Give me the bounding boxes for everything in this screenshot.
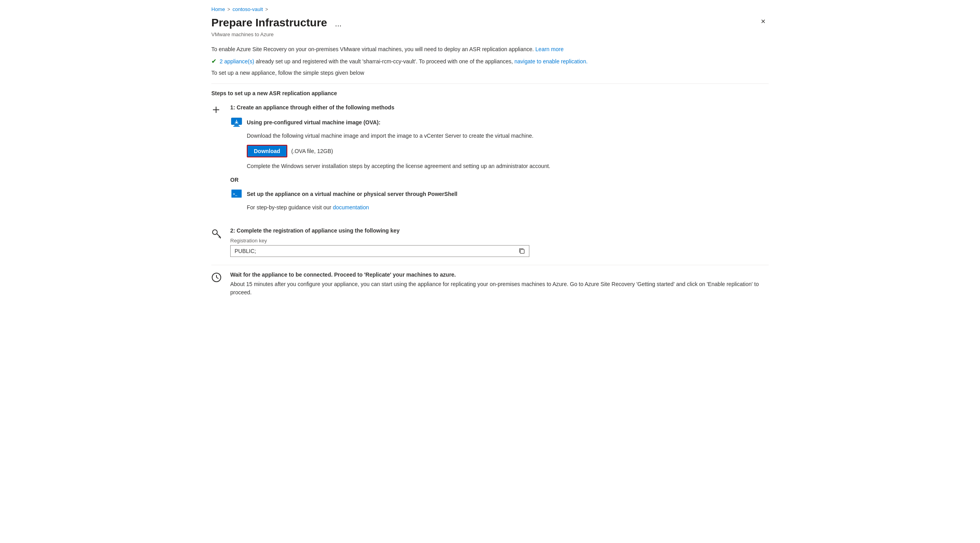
svg-rect-5 [233, 126, 240, 127]
learn-more-link[interactable]: Learn more [535, 46, 564, 52]
breadcrumb: Home > contoso-vault > [211, 6, 769, 12]
step-1-heading: 1: Create an appliance through either of… [230, 104, 769, 111]
breadcrumb-home[interactable]: Home [211, 6, 225, 12]
complete-note: Complete the Windows server installation… [247, 162, 769, 170]
check-icon: ✔ [211, 57, 216, 65]
documentation-link[interactable]: documentation [333, 204, 369, 211]
svg-point-9 [213, 230, 217, 235]
ova-method-header: Using pre-configured virtual machine ima… [230, 116, 769, 129]
powershell-method: >_ Set up the appliance on a virtual mac… [230, 188, 769, 212]
breadcrumb-sep2: > [265, 7, 268, 12]
wait-desc: About 15 minutes after you configure you… [230, 280, 769, 297]
intro-section: To enable Azure Site Recovery on your on… [211, 45, 769, 77]
prepare-infrastructure-panel: Home > contoso-vault > Prepare Infrastru… [199, 0, 781, 543]
steps-title: Steps to set up a new ASR replication ap… [211, 90, 769, 96]
panel-title-area: Prepare Infrastructure ... [211, 15, 345, 30]
navigate-link[interactable]: navigate to enable replication. [514, 58, 588, 65]
panel-title: Prepare Infrastructure [211, 16, 327, 30]
close-button[interactable]: × [758, 15, 769, 28]
step-1: 1: Create an appliance through either of… [211, 104, 769, 218]
wait-section: Wait for the appliance to be connected. … [211, 265, 769, 303]
setup-text: To set up a new appliance, follow the si… [211, 69, 769, 77]
ova-method: Using pre-configured virtual machine ima… [230, 116, 769, 170]
key-icon [211, 228, 224, 241]
ova-method-title: Using pre-configured virtual machine ima… [247, 119, 381, 126]
monitor-icon [230, 116, 243, 129]
intro-text1: To enable Azure Site Recovery on your on… [211, 45, 769, 54]
step-1-content: 1: Create an appliance through either of… [230, 104, 769, 218]
svg-line-16 [216, 277, 218, 279]
powershell-icon: >_ [230, 188, 243, 200]
reg-key-input[interactable] [230, 245, 515, 257]
wait-content: Wait for the appliance to be connected. … [230, 272, 769, 297]
copy-icon [519, 248, 525, 254]
powershell-method-title: Set up the appliance on a virtual machin… [247, 191, 457, 197]
breadcrumb-sep1: > [227, 7, 230, 12]
plus-icon [211, 105, 224, 117]
powershell-desc: For step-by-step guidance visit our docu… [247, 203, 769, 212]
status-text: 2 appliance(s) already set up and regist… [220, 58, 588, 65]
step-2-heading: 2: Complete the registration of applianc… [230, 227, 769, 234]
panel-subtitle: VMware machines to Azure [211, 31, 769, 37]
download-note: (.OVA file, 12GB) [291, 148, 333, 154]
copy-button[interactable] [515, 245, 529, 257]
svg-rect-13 [520, 249, 524, 253]
panel-header: Prepare Infrastructure ... × [211, 15, 769, 30]
clock-icon [211, 272, 224, 285]
step-2: 2: Complete the registration of applianc… [211, 227, 769, 257]
powershell-method-header: >_ Set up the appliance on a virtual mac… [230, 188, 769, 200]
or-divider: OR [230, 177, 769, 183]
step-2-content: 2: Complete the registration of applianc… [230, 227, 769, 257]
wait-heading: Wait for the appliance to be connected. … [230, 272, 769, 278]
reg-key-label: Registration key [230, 238, 769, 244]
download-button[interactable]: Download [247, 145, 287, 157]
reg-key-input-row [230, 245, 529, 257]
breadcrumb-vault[interactable]: contoso-vault [233, 6, 263, 12]
divider-1 [211, 83, 769, 84]
svg-text:>_: >_ [233, 192, 238, 196]
download-row: Download (.OVA file, 12GB) [247, 145, 769, 157]
ova-desc: Download the following virtual machine i… [247, 132, 769, 140]
ellipsis-button[interactable]: ... [332, 18, 345, 30]
appliance-count-link[interactable]: 2 appliance(s) [220, 58, 254, 65]
status-row: ✔ 2 appliance(s) already set up and regi… [211, 57, 769, 65]
svg-rect-4 [234, 125, 239, 126]
